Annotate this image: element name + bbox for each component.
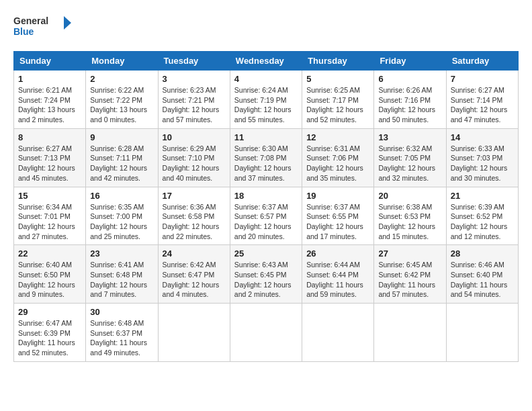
day-info: Sunrise: 6:48 AMSunset: 6:37 PMDaylight:… bbox=[90, 318, 153, 358]
calendar-cell bbox=[374, 304, 446, 362]
calendar-cell: 19Sunrise: 6:37 AMSunset: 6:55 PMDayligh… bbox=[302, 187, 374, 245]
day-info: Sunrise: 6:28 AMSunset: 7:11 PMDaylight:… bbox=[90, 144, 153, 183]
calendar-cell bbox=[446, 304, 518, 362]
calendar-week-2: 8Sunrise: 6:27 AMSunset: 7:13 PMDaylight… bbox=[14, 128, 519, 187]
calendar-cell: 29Sunrise: 6:47 AMSunset: 6:39 PMDayligh… bbox=[14, 304, 86, 362]
day-info: Sunrise: 6:43 AMSunset: 6:45 PMDaylight:… bbox=[234, 260, 298, 300]
calendar-cell: 23Sunrise: 6:41 AMSunset: 6:48 PMDayligh… bbox=[86, 245, 158, 304]
day-info: Sunrise: 6:33 AMSunset: 7:03 PMDaylight:… bbox=[451, 144, 514, 183]
calendar-table: SundayMondayTuesdayWednesdayThursdayFrid… bbox=[13, 51, 519, 362]
day-number: 16 bbox=[90, 191, 153, 201]
calendar-cell: 18Sunrise: 6:37 AMSunset: 6:57 PMDayligh… bbox=[230, 187, 302, 245]
calendar-cell: 11Sunrise: 6:30 AMSunset: 7:08 PMDayligh… bbox=[230, 128, 302, 187]
day-info: Sunrise: 6:34 AMSunset: 7:01 PMDaylight:… bbox=[18, 202, 81, 242]
day-number: 13 bbox=[378, 132, 441, 142]
day-number: 2 bbox=[90, 74, 153, 84]
day-info: Sunrise: 6:36 AMSunset: 6:58 PMDaylight:… bbox=[163, 202, 226, 242]
svg-text:Blue: Blue bbox=[13, 26, 34, 37]
calendar-cell: 22Sunrise: 6:40 AMSunset: 6:50 PMDayligh… bbox=[14, 245, 86, 304]
calendar-cell: 2Sunrise: 6:22 AMSunset: 7:22 PMDaylight… bbox=[86, 71, 158, 129]
calendar-cell: 9Sunrise: 6:28 AMSunset: 7:11 PMDaylight… bbox=[86, 128, 158, 187]
day-number: 7 bbox=[451, 74, 514, 84]
day-info: Sunrise: 6:37 AMSunset: 6:57 PMDaylight:… bbox=[234, 202, 298, 242]
day-info: Sunrise: 6:22 AMSunset: 7:22 PMDaylight:… bbox=[90, 85, 153, 125]
day-info: Sunrise: 6:32 AMSunset: 7:05 PMDaylight:… bbox=[378, 144, 441, 183]
col-header-sunday: Sunday bbox=[14, 52, 86, 71]
day-info: Sunrise: 6:21 AMSunset: 7:24 PMDaylight:… bbox=[18, 85, 81, 125]
day-info: Sunrise: 6:24 AMSunset: 7:19 PMDaylight:… bbox=[234, 85, 298, 125]
day-number: 25 bbox=[234, 248, 298, 259]
calendar-week-4: 22Sunrise: 6:40 AMSunset: 6:50 PMDayligh… bbox=[14, 245, 519, 304]
day-info: Sunrise: 6:30 AMSunset: 7:08 PMDaylight:… bbox=[234, 144, 298, 183]
calendar-cell: 13Sunrise: 6:32 AMSunset: 7:05 PMDayligh… bbox=[374, 128, 446, 187]
logo-icon: General Blue bbox=[13, 13, 74, 40]
day-number: 20 bbox=[378, 191, 441, 201]
calendar-cell: 6Sunrise: 6:26 AMSunset: 7:16 PMDaylight… bbox=[374, 71, 446, 129]
calendar-cell: 27Sunrise: 6:45 AMSunset: 6:42 PMDayligh… bbox=[374, 245, 446, 304]
day-info: Sunrise: 6:35 AMSunset: 7:00 PMDaylight:… bbox=[90, 202, 153, 242]
day-info: Sunrise: 6:41 AMSunset: 6:48 PMDaylight:… bbox=[90, 260, 153, 300]
calendar-week-1: 1Sunrise: 6:21 AMSunset: 7:24 PMDaylight… bbox=[14, 71, 519, 129]
day-info: Sunrise: 6:40 AMSunset: 6:50 PMDaylight:… bbox=[18, 260, 81, 300]
calendar-cell: 30Sunrise: 6:48 AMSunset: 6:37 PMDayligh… bbox=[86, 304, 158, 362]
day-info: Sunrise: 6:47 AMSunset: 6:39 PMDaylight:… bbox=[18, 318, 81, 358]
day-number: 27 bbox=[378, 248, 441, 259]
day-number: 21 bbox=[451, 191, 514, 201]
calendar-cell: 26Sunrise: 6:44 AMSunset: 6:44 PMDayligh… bbox=[302, 245, 374, 304]
calendar-cell bbox=[230, 304, 302, 362]
calendar-cell: 14Sunrise: 6:33 AMSunset: 7:03 PMDayligh… bbox=[446, 128, 518, 187]
day-number: 24 bbox=[163, 248, 226, 259]
col-header-wednesday: Wednesday bbox=[230, 52, 302, 71]
day-info: Sunrise: 6:39 AMSunset: 6:52 PMDaylight:… bbox=[451, 202, 514, 242]
col-header-saturday: Saturday bbox=[446, 52, 518, 71]
calendar-cell: 10Sunrise: 6:29 AMSunset: 7:10 PMDayligh… bbox=[158, 128, 230, 187]
page-header: General Blue bbox=[13, 13, 519, 40]
day-number: 1 bbox=[18, 74, 81, 84]
day-number: 4 bbox=[234, 74, 298, 84]
col-header-thursday: Thursday bbox=[302, 52, 374, 71]
day-number: 11 bbox=[234, 132, 298, 142]
logo: General Blue bbox=[13, 13, 74, 40]
day-number: 17 bbox=[163, 191, 226, 201]
day-info: Sunrise: 6:25 AMSunset: 7:17 PMDaylight:… bbox=[306, 85, 369, 125]
calendar-cell: 1Sunrise: 6:21 AMSunset: 7:24 PMDaylight… bbox=[14, 71, 86, 129]
day-number: 28 bbox=[451, 248, 514, 259]
svg-text:General: General bbox=[13, 15, 48, 26]
day-info: Sunrise: 6:37 AMSunset: 6:55 PMDaylight:… bbox=[306, 202, 369, 242]
day-number: 3 bbox=[163, 74, 226, 84]
day-number: 12 bbox=[306, 132, 369, 142]
col-header-tuesday: Tuesday bbox=[158, 52, 230, 71]
day-info: Sunrise: 6:44 AMSunset: 6:44 PMDaylight:… bbox=[306, 260, 369, 300]
day-info: Sunrise: 6:46 AMSunset: 6:40 PMDaylight:… bbox=[451, 260, 514, 300]
day-number: 14 bbox=[451, 132, 514, 142]
day-info: Sunrise: 6:27 AMSunset: 7:14 PMDaylight:… bbox=[451, 85, 514, 125]
day-number: 5 bbox=[306, 74, 369, 84]
day-number: 22 bbox=[18, 248, 81, 259]
day-number: 8 bbox=[18, 132, 81, 142]
calendar-cell: 3Sunrise: 6:23 AMSunset: 7:21 PMDaylight… bbox=[158, 71, 230, 129]
calendar-cell: 24Sunrise: 6:42 AMSunset: 6:47 PMDayligh… bbox=[158, 245, 230, 304]
calendar-cell: 25Sunrise: 6:43 AMSunset: 6:45 PMDayligh… bbox=[230, 245, 302, 304]
day-info: Sunrise: 6:29 AMSunset: 7:10 PMDaylight:… bbox=[163, 144, 226, 183]
svg-marker-2 bbox=[64, 16, 71, 30]
calendar-week-5: 29Sunrise: 6:47 AMSunset: 6:39 PMDayligh… bbox=[14, 304, 519, 362]
day-number: 10 bbox=[163, 132, 226, 142]
day-number: 9 bbox=[90, 132, 153, 142]
calendar-cell: 16Sunrise: 6:35 AMSunset: 7:00 PMDayligh… bbox=[86, 187, 158, 245]
day-number: 6 bbox=[378, 74, 441, 84]
calendar-cell: 12Sunrise: 6:31 AMSunset: 7:06 PMDayligh… bbox=[302, 128, 374, 187]
day-info: Sunrise: 6:23 AMSunset: 7:21 PMDaylight:… bbox=[163, 85, 226, 125]
day-info: Sunrise: 6:45 AMSunset: 6:42 PMDaylight:… bbox=[378, 260, 441, 300]
day-number: 15 bbox=[18, 191, 81, 201]
day-info: Sunrise: 6:27 AMSunset: 7:13 PMDaylight:… bbox=[18, 144, 81, 183]
col-header-monday: Monday bbox=[86, 52, 158, 71]
day-info: Sunrise: 6:38 AMSunset: 6:53 PMDaylight:… bbox=[378, 202, 441, 242]
day-number: 23 bbox=[90, 248, 153, 259]
day-number: 19 bbox=[306, 191, 369, 201]
day-number: 18 bbox=[234, 191, 298, 201]
day-info: Sunrise: 6:26 AMSunset: 7:16 PMDaylight:… bbox=[378, 85, 441, 125]
calendar-cell: 7Sunrise: 6:27 AMSunset: 7:14 PMDaylight… bbox=[446, 71, 518, 129]
calendar-week-3: 15Sunrise: 6:34 AMSunset: 7:01 PMDayligh… bbox=[14, 187, 519, 245]
calendar-cell: 20Sunrise: 6:38 AMSunset: 6:53 PMDayligh… bbox=[374, 187, 446, 245]
calendar-cell bbox=[158, 304, 230, 362]
